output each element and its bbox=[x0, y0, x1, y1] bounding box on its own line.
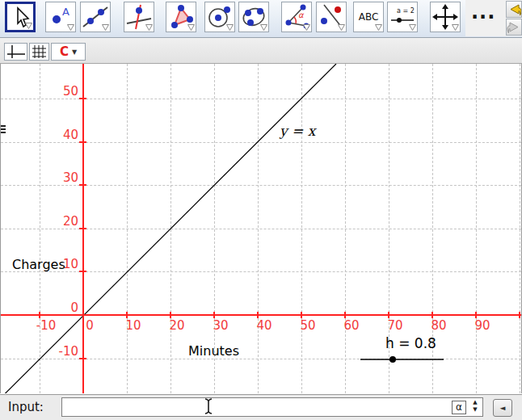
redo-arrow-icon bbox=[507, 20, 521, 36]
x-axis-tick bbox=[519, 312, 520, 318]
x-tick-label: 70 bbox=[377, 318, 413, 333]
chevron-down-icon bbox=[375, 24, 382, 31]
x-tick-label: 80 bbox=[421, 318, 457, 333]
tool-ellipse-button[interactable] bbox=[238, 2, 269, 32]
x-axis-tick bbox=[213, 312, 215, 318]
graphics-view[interactable]: Charges Minutes y = x h = 0.8 -100102030… bbox=[0, 64, 522, 393]
svg-text:A: A bbox=[62, 6, 69, 18]
svg-text:a = 2: a = 2 bbox=[397, 7, 415, 15]
chevron-down-icon bbox=[409, 24, 416, 31]
y-tick-label: 0 bbox=[30, 300, 78, 315]
chevron-down-icon bbox=[452, 24, 459, 31]
y-axis-tick bbox=[79, 271, 86, 272]
tool-polygon-button[interactable] bbox=[166, 2, 196, 32]
y-axis-tick bbox=[79, 314, 86, 316]
y-axis-tick bbox=[79, 184, 86, 186]
y-axis-tick bbox=[79, 228, 86, 229]
tool-angle-button[interactable]: α bbox=[281, 2, 312, 32]
toolbar-more-button[interactable]: ... bbox=[471, 3, 495, 31]
line-equation-label[interactable]: y = x bbox=[280, 123, 315, 139]
tool-point-button[interactable]: A bbox=[45, 2, 76, 32]
x-tick-label: 40 bbox=[246, 318, 282, 333]
chevron-down-icon bbox=[338, 24, 345, 31]
chevron-down-icon bbox=[67, 24, 74, 31]
y-tick-label: 30 bbox=[30, 170, 78, 185]
x-tick-label: 10 bbox=[116, 318, 151, 333]
tool-circle-button[interactable] bbox=[204, 2, 235, 32]
chevron-down-icon: ▼ bbox=[72, 48, 77, 56]
chevron-down-icon bbox=[260, 24, 267, 31]
main-toolbar: A bbox=[0, 0, 522, 38]
graphics-stylebar: C ▼ bbox=[0, 38, 522, 64]
x-axis-tick bbox=[301, 312, 302, 318]
y-tick-label: 50 bbox=[30, 84, 78, 99]
x-tick-label: 20 bbox=[159, 318, 195, 333]
slider-h-label[interactable]: h = 0.8 bbox=[385, 335, 436, 351]
x-axis-tick bbox=[475, 312, 477, 318]
left-triangle-icon: ◄ bbox=[500, 404, 506, 412]
grid-icon bbox=[32, 44, 47, 59]
y-axis-tick bbox=[79, 141, 86, 143]
y-tick-label: 40 bbox=[30, 128, 78, 142]
chevron-down-icon bbox=[145, 24, 153, 31]
view-splitter-handle[interactable] bbox=[1, 125, 6, 135]
grid-toggle-button[interactable] bbox=[29, 43, 49, 61]
x-axis-tick bbox=[388, 312, 389, 318]
y-tick-label: 20 bbox=[30, 214, 78, 229]
point-capturing-dropdown[interactable]: C ▼ bbox=[51, 43, 86, 61]
slider-h-handle bbox=[389, 356, 396, 363]
x-tick-label: -10 bbox=[28, 318, 64, 333]
x-axis-caption: Minutes bbox=[188, 343, 239, 359]
chevron-down-icon bbox=[25, 23, 32, 29]
input-help-toggle-button[interactable]: ◄ bbox=[493, 399, 512, 417]
x-tick-label: 60 bbox=[334, 318, 369, 333]
x-axis-tick bbox=[431, 312, 433, 318]
tool-slider-button[interactable]: a = 2 bbox=[387, 2, 418, 32]
greek-alpha-button[interactable]: α bbox=[452, 401, 466, 414]
undo-button[interactable] bbox=[506, 1, 522, 18]
x-axis-tick bbox=[257, 312, 259, 318]
x-tick-label: 50 bbox=[290, 318, 326, 333]
tool-move-button[interactable] bbox=[5, 2, 36, 32]
input-label: Input: bbox=[8, 400, 44, 414]
chevron-down-icon bbox=[303, 24, 310, 31]
y-tick-label: 10 bbox=[30, 257, 78, 271]
chevron-down-icon bbox=[102, 24, 109, 31]
axes-icon bbox=[6, 44, 26, 59]
undo-arrow-icon bbox=[507, 2, 521, 18]
y-axis-tick bbox=[79, 98, 86, 99]
tool-text-button[interactable]: ABC bbox=[353, 2, 384, 32]
redo-button[interactable] bbox=[506, 19, 522, 36]
x-axis-tick bbox=[170, 312, 171, 318]
input-bar: Input: α ▲▼ ◄ bbox=[0, 394, 522, 420]
geogebra-window: A bbox=[0, 0, 522, 420]
x-axis-tick bbox=[126, 312, 128, 318]
input-history-spinner[interactable]: ▲▼ bbox=[470, 399, 480, 415]
x-tick-label: 90 bbox=[465, 318, 500, 333]
axes-toggle-button[interactable] bbox=[4, 43, 27, 61]
chevron-down-icon bbox=[187, 24, 195, 31]
tool-reflect-button[interactable] bbox=[316, 2, 347, 32]
command-input[interactable] bbox=[61, 397, 483, 417]
tool-perpendicular-line-button[interactable] bbox=[124, 2, 154, 32]
svg-text:α: α bbox=[298, 10, 305, 19]
x-axis-tick bbox=[344, 312, 346, 318]
tool-line-button[interactable] bbox=[80, 2, 111, 32]
y-tick-label: -10 bbox=[30, 344, 78, 359]
x-tick-label: 0 bbox=[72, 318, 107, 333]
x-tick-label: 30 bbox=[203, 318, 238, 333]
chevron-down-icon bbox=[226, 24, 234, 31]
y-axis-tick bbox=[79, 358, 86, 359]
tool-move-view-button[interactable] bbox=[430, 2, 461, 32]
point-capturing-icon: C bbox=[60, 46, 69, 58]
